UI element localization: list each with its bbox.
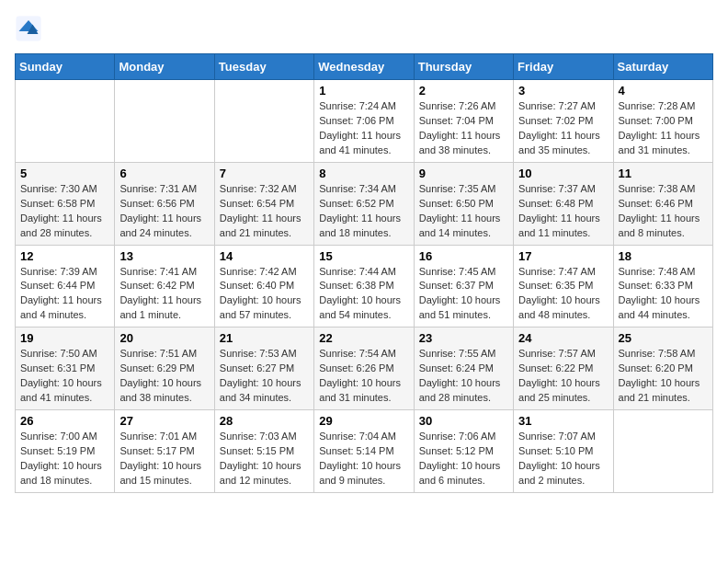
calendar-cell: 24Sunrise: 7:57 AM Sunset: 6:22 PM Dayli… — [514, 327, 613, 410]
day-number: 10 — [518, 167, 608, 180]
logo — [15, 15, 46, 42]
calendar-cell: 10Sunrise: 7:37 AM Sunset: 6:48 PM Dayli… — [514, 162, 613, 245]
calendar-cell: 8Sunrise: 7:34 AM Sunset: 6:52 PM Daylig… — [314, 162, 414, 245]
logo-icon — [15, 15, 42, 42]
day-info: Sunrise: 7:48 AM Sunset: 6:33 PM Dayligh… — [619, 265, 708, 324]
calendar-cell: 16Sunrise: 7:45 AM Sunset: 6:37 PM Dayli… — [414, 245, 513, 327]
day-info: Sunrise: 7:34 AM Sunset: 6:52 PM Dayligh… — [319, 182, 408, 241]
day-info: Sunrise: 7:03 AM Sunset: 5:15 PM Dayligh… — [220, 430, 309, 488]
day-number: 3 — [518, 84, 608, 98]
day-header-friday: Friday — [514, 54, 613, 80]
calendar-cell: 13Sunrise: 7:41 AM Sunset: 6:42 PM Dayli… — [115, 245, 214, 327]
calendar-cell: 7Sunrise: 7:32 AM Sunset: 6:54 PM Daylig… — [214, 162, 313, 245]
calendar-cell: 14Sunrise: 7:42 AM Sunset: 6:40 PM Dayli… — [214, 245, 313, 327]
day-header-saturday: Saturday — [613, 54, 712, 80]
day-header-thursday: Thursday — [414, 54, 513, 80]
day-number: 13 — [119, 249, 209, 263]
day-info: Sunrise: 7:28 AM Sunset: 7:00 PM Dayligh… — [619, 99, 708, 158]
day-number: 23 — [419, 331, 508, 345]
day-number: 15 — [319, 249, 408, 263]
calendar-cell: 4Sunrise: 7:28 AM Sunset: 7:00 PM Daylig… — [613, 80, 712, 163]
day-number: 27 — [119, 414, 209, 428]
calendar-cell: 9Sunrise: 7:35 AM Sunset: 6:50 PM Daylig… — [414, 162, 513, 245]
calendar-cell: 5Sunrise: 7:30 AM Sunset: 6:58 PM Daylig… — [16, 162, 115, 245]
calendar-cell: 18Sunrise: 7:48 AM Sunset: 6:33 PM Dayli… — [613, 245, 712, 327]
calendar-cell — [214, 80, 313, 163]
calendar-cell — [16, 80, 115, 163]
day-number: 30 — [419, 414, 508, 428]
day-number: 16 — [419, 249, 508, 263]
day-info: Sunrise: 7:24 AM Sunset: 7:06 PM Dayligh… — [319, 99, 408, 158]
day-header-sunday: Sunday — [16, 54, 115, 80]
day-number: 1 — [319, 84, 408, 98]
day-header-wednesday: Wednesday — [314, 54, 414, 80]
day-info: Sunrise: 7:35 AM Sunset: 6:50 PM Dayligh… — [419, 182, 508, 241]
day-number: 25 — [619, 331, 708, 345]
calendar-cell: 25Sunrise: 7:58 AM Sunset: 6:20 PM Dayli… — [613, 327, 712, 410]
day-info: Sunrise: 7:32 AM Sunset: 6:54 PM Dayligh… — [220, 182, 309, 241]
day-number: 31 — [518, 414, 608, 428]
day-info: Sunrise: 7:01 AM Sunset: 5:17 PM Dayligh… — [119, 430, 209, 488]
day-info: Sunrise: 7:27 AM Sunset: 7:02 PM Dayligh… — [518, 99, 608, 158]
day-info: Sunrise: 7:07 AM Sunset: 5:10 PM Dayligh… — [518, 430, 608, 488]
day-number: 18 — [619, 249, 708, 263]
day-info: Sunrise: 7:41 AM Sunset: 6:42 PM Dayligh… — [119, 265, 209, 324]
calendar-cell: 27Sunrise: 7:01 AM Sunset: 5:17 PM Dayli… — [115, 410, 214, 493]
day-number: 21 — [220, 331, 309, 345]
day-header-monday: Monday — [115, 54, 214, 80]
day-info: Sunrise: 7:54 AM Sunset: 6:26 PM Dayligh… — [319, 347, 408, 406]
day-info: Sunrise: 7:51 AM Sunset: 6:29 PM Dayligh… — [119, 347, 209, 406]
calendar-cell — [613, 410, 712, 493]
day-info: Sunrise: 7:44 AM Sunset: 6:38 PM Dayligh… — [319, 265, 408, 324]
calendar-cell: 15Sunrise: 7:44 AM Sunset: 6:38 PM Dayli… — [314, 245, 414, 327]
day-info: Sunrise: 7:39 AM Sunset: 6:44 PM Dayligh… — [20, 265, 109, 324]
day-number: 17 — [518, 249, 608, 263]
day-info: Sunrise: 7:04 AM Sunset: 5:14 PM Dayligh… — [319, 430, 408, 488]
calendar-cell — [115, 80, 214, 163]
day-info: Sunrise: 7:38 AM Sunset: 6:46 PM Dayligh… — [619, 182, 708, 241]
day-info: Sunrise: 7:55 AM Sunset: 6:24 PM Dayligh… — [419, 347, 508, 406]
day-number: 8 — [319, 167, 408, 180]
calendar-cell: 26Sunrise: 7:00 AM Sunset: 5:19 PM Dayli… — [16, 410, 115, 493]
calendar-cell: 29Sunrise: 7:04 AM Sunset: 5:14 PM Dayli… — [314, 410, 414, 493]
calendar-cell: 30Sunrise: 7:06 AM Sunset: 5:12 PM Dayli… — [414, 410, 513, 493]
calendar-cell: 19Sunrise: 7:50 AM Sunset: 6:31 PM Dayli… — [16, 327, 115, 410]
day-number: 26 — [20, 414, 109, 428]
day-info: Sunrise: 7:26 AM Sunset: 7:04 PM Dayligh… — [419, 99, 508, 158]
day-number: 11 — [619, 167, 708, 180]
calendar-cell: 12Sunrise: 7:39 AM Sunset: 6:44 PM Dayli… — [16, 245, 115, 327]
day-number: 9 — [419, 167, 508, 180]
day-number: 28 — [220, 414, 309, 428]
day-info: Sunrise: 7:06 AM Sunset: 5:12 PM Dayligh… — [419, 430, 508, 488]
day-number: 5 — [20, 167, 109, 180]
calendar-cell: 23Sunrise: 7:55 AM Sunset: 6:24 PM Dayli… — [414, 327, 513, 410]
day-info: Sunrise: 7:58 AM Sunset: 6:20 PM Dayligh… — [619, 347, 708, 406]
calendar-cell: 31Sunrise: 7:07 AM Sunset: 5:10 PM Dayli… — [514, 410, 613, 493]
day-info: Sunrise: 7:00 AM Sunset: 5:19 PM Dayligh… — [20, 430, 109, 488]
page-header — [15, 15, 713, 42]
day-number: 29 — [319, 414, 408, 428]
day-info: Sunrise: 7:30 AM Sunset: 6:58 PM Dayligh… — [20, 182, 109, 241]
day-number: 19 — [20, 331, 109, 345]
day-info: Sunrise: 7:50 AM Sunset: 6:31 PM Dayligh… — [20, 347, 109, 406]
day-info: Sunrise: 7:45 AM Sunset: 6:37 PM Dayligh… — [419, 265, 508, 324]
day-info: Sunrise: 7:31 AM Sunset: 6:56 PM Dayligh… — [119, 182, 209, 241]
day-info: Sunrise: 7:57 AM Sunset: 6:22 PM Dayligh… — [518, 347, 608, 406]
day-header-tuesday: Tuesday — [214, 54, 313, 80]
calendar-cell: 6Sunrise: 7:31 AM Sunset: 6:56 PM Daylig… — [115, 162, 214, 245]
calendar-cell: 22Sunrise: 7:54 AM Sunset: 6:26 PM Dayli… — [314, 327, 414, 410]
day-info: Sunrise: 7:47 AM Sunset: 6:35 PM Dayligh… — [518, 265, 608, 324]
calendar-cell: 20Sunrise: 7:51 AM Sunset: 6:29 PM Dayli… — [115, 327, 214, 410]
day-number: 6 — [119, 167, 209, 180]
day-number: 20 — [119, 331, 209, 345]
calendar-cell: 3Sunrise: 7:27 AM Sunset: 7:02 PM Daylig… — [514, 80, 613, 163]
day-info: Sunrise: 7:42 AM Sunset: 6:40 PM Dayligh… — [220, 265, 309, 324]
calendar-cell: 21Sunrise: 7:53 AM Sunset: 6:27 PM Dayli… — [214, 327, 313, 410]
calendar-cell: 17Sunrise: 7:47 AM Sunset: 6:35 PM Dayli… — [514, 245, 613, 327]
day-info: Sunrise: 7:53 AM Sunset: 6:27 PM Dayligh… — [220, 347, 309, 406]
calendar-cell: 28Sunrise: 7:03 AM Sunset: 5:15 PM Dayli… — [214, 410, 313, 493]
day-number: 24 — [518, 331, 608, 345]
day-number: 7 — [220, 167, 309, 180]
day-number: 2 — [419, 84, 508, 98]
calendar-table: SundayMondayTuesdayWednesdayThursdayFrid… — [15, 53, 713, 493]
